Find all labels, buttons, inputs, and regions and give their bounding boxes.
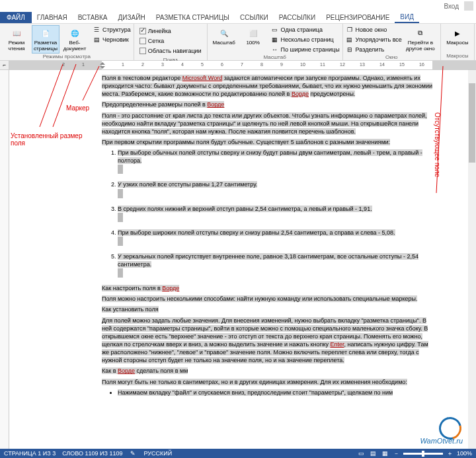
ruler-corner: ⌐ — [0, 61, 9, 69]
zoom-out-button[interactable]: － — [393, 449, 399, 458]
view-print-icon[interactable]: ▤ — [370, 449, 377, 457]
ribbon: 📖 Режим чтения 📄 Разметка страницы 🌐 Веб… — [0, 24, 476, 61]
macros-button[interactable]: ▶ Макросы — [444, 25, 471, 53]
tab-design[interactable]: ДИЗАЙН — [113, 12, 151, 23]
web-layout-label: Веб-документ — [62, 40, 87, 52]
svg-marker-0 — [100, 66, 105, 69]
watermark-text: WamOtvet.ru — [420, 437, 463, 445]
tab-layout[interactable]: РАЗМЕТКА СТРАНИЦЫ — [151, 12, 235, 23]
group-macros-label: Макросы — [444, 53, 471, 59]
status-language[interactable]: РУССКИЙ — [143, 450, 172, 457]
checkbox-icon — [139, 48, 146, 54]
ruler-checkbox[interactable]: Линейка — [139, 26, 202, 36]
status-bar: СТРАНИЦА 1 ИЗ 3 СЛОВО 1109 ИЗ 1109 ✎ РУС… — [0, 449, 476, 458]
switch-windows-icon: ⧉ — [414, 26, 427, 40]
indent-marker[interactable] — [100, 61, 105, 69]
macros-label: Макросы — [446, 40, 468, 46]
group-views-label: Режимы просмотра — [3, 54, 131, 59]
ruler-horizontal[interactable]: ⌐ 2 1 1 2 3 4 5 6 7 8 9 10 11 12 13 14 1… — [0, 61, 476, 70]
group-window-label: Окно — [346, 54, 438, 60]
status-page[interactable]: СТРАНИЦА 1 ИЗ 3 — [4, 450, 56, 457]
group-views: 📖 Режим чтения 📄 Разметка страницы 🌐 Веб… — [0, 24, 134, 60]
arrange-icon: ▤ — [346, 36, 354, 44]
page-width-button[interactable]: ↔По ширине страницы — [271, 45, 340, 54]
tab-file[interactable]: ФАЙЛ — [0, 12, 32, 23]
tab-references[interactable]: ССЫЛКИ — [235, 12, 274, 23]
zoom-100-label: 100% — [246, 40, 259, 46]
outline-button[interactable]: ☰Структура — [93, 25, 131, 34]
one-page-button[interactable]: ▭Одна страница — [271, 25, 340, 34]
read-mode-icon: 📖 — [10, 26, 23, 40]
zoom-button[interactable]: 🔍 Масштаб — [210, 25, 238, 54]
group-show: Линейка Сетка Область навигации Показ — [134, 24, 208, 60]
link-word-3[interactable]: Ворде — [162, 285, 179, 291]
draft-button[interactable]: ▤Черновик — [93, 35, 131, 44]
arrange-all-button[interactable]: ▤Упорядочить все — [346, 35, 402, 44]
page-width-icon: ↔ — [271, 46, 279, 54]
document-area: Поля в текстовом редакторе Microsoft Wor… — [0, 70, 476, 449]
link-word[interactable]: Ворде — [292, 91, 309, 97]
tab-mailings[interactable]: РАССЫЛКИ — [274, 12, 321, 23]
web-layout-button[interactable]: 🌐 Веб-документ — [61, 25, 89, 54]
outline-icon: ☰ — [93, 26, 100, 34]
status-words[interactable]: СЛОВО 1109 ИЗ 1109 — [62, 450, 122, 457]
switch-windows-button[interactable]: ⧉ Перейти в другое окно — [403, 25, 438, 54]
zoom-in-button[interactable]: ＋ — [447, 449, 453, 458]
view-web-icon[interactable]: ▦ — [381, 449, 389, 457]
title-bar: Вход — [0, 0, 476, 12]
link-word-4[interactable]: Ворде — [118, 367, 135, 374]
checkbox-icon — [139, 28, 146, 34]
tab-view[interactable]: ВИД — [395, 12, 419, 23]
login-link[interactable]: Вход — [444, 3, 459, 10]
group-macros: ▶ Макросы Макросы — [441, 24, 475, 60]
draft-icon: ▤ — [93, 36, 100, 44]
tab-insert[interactable]: ВСТАВКА — [73, 12, 113, 23]
page[interactable]: Поля в текстовом редакторе Microsoft Wor… — [9, 70, 476, 449]
group-window: ❐Новое окно ▤Упорядочить все ⊟Разделить … — [343, 24, 441, 60]
read-mode-button[interactable]: 📖 Режим чтения — [3, 25, 30, 54]
zoom-icon: 🔍 — [218, 26, 231, 40]
switch-windows-label: Перейти в другое окно — [405, 40, 436, 52]
ribbon-tabs: ФАЙЛ ГЛАВНАЯ ВСТАВКА ДИЗАЙН РАЗМЕТКА СТР… — [0, 12, 476, 24]
print-layout-button[interactable]: 📄 Разметка страницы — [32, 25, 60, 54]
multi-page-button[interactable]: ▦Несколько страниц — [271, 35, 340, 44]
tab-review[interactable]: РЕЦЕНЗИРОВАНИЕ — [321, 12, 395, 23]
read-mode-label: Режим чтения — [4, 40, 29, 52]
macros-icon: ▶ — [451, 26, 464, 40]
scrollbar-thumb[interactable] — [469, 83, 475, 163]
view-read-icon[interactable]: ▭ — [358, 449, 366, 457]
document-body[interactable]: Поля в текстовом редакторе Microsoft Wor… — [102, 74, 436, 397]
split-icon: ⊟ — [346, 46, 354, 54]
new-window-icon: ❐ — [346, 26, 354, 34]
avatar[interactable] — [464, 1, 473, 11]
zoom-100-button[interactable]: ⬜ 100% — [239, 25, 267, 54]
group-zoom-label: Масштаб — [210, 54, 340, 60]
multi-page-icon: ▦ — [271, 36, 279, 44]
ruler-scale: 2 1 1 2 3 4 5 6 7 8 9 10 11 12 13 14 15 … — [9, 61, 476, 69]
print-layout-label: Разметка страницы — [33, 40, 58, 52]
print-layout-icon: 📄 — [39, 26, 52, 40]
zoom-level[interactable]: 100% — [457, 450, 472, 457]
new-window-button[interactable]: ❐Новое окно — [346, 25, 402, 34]
one-page-icon: ▭ — [271, 26, 279, 34]
svg-marker-1 — [100, 62, 105, 65]
link-word-2[interactable]: Ворде — [207, 101, 224, 108]
web-layout-icon: 🌐 — [68, 26, 81, 40]
nav-checkbox[interactable]: Область навигации — [139, 46, 202, 56]
zoom-label: Масштаб — [212, 40, 235, 46]
link-enter[interactable]: Enter — [330, 341, 344, 348]
zoom-100-icon: ⬜ — [247, 26, 260, 40]
scrollbar-vertical[interactable] — [468, 70, 476, 449]
grid-checkbox[interactable]: Сетка — [139, 36, 202, 46]
split-button[interactable]: ⊟Разделить — [346, 45, 402, 54]
tab-home[interactable]: ГЛАВНАЯ — [32, 12, 73, 23]
ruler-vertical[interactable] — [0, 70, 9, 449]
checkbox-icon — [139, 38, 146, 44]
group-zoom: 🔍 Масштаб ⬜ 100% ▭Одна страница ▦Несколь… — [208, 24, 343, 60]
zoom-slider[interactable] — [403, 453, 443, 455]
spellcheck-icon[interactable]: ✎ — [129, 449, 137, 457]
link-ms-word[interactable]: Microsoft Word — [182, 75, 222, 81]
